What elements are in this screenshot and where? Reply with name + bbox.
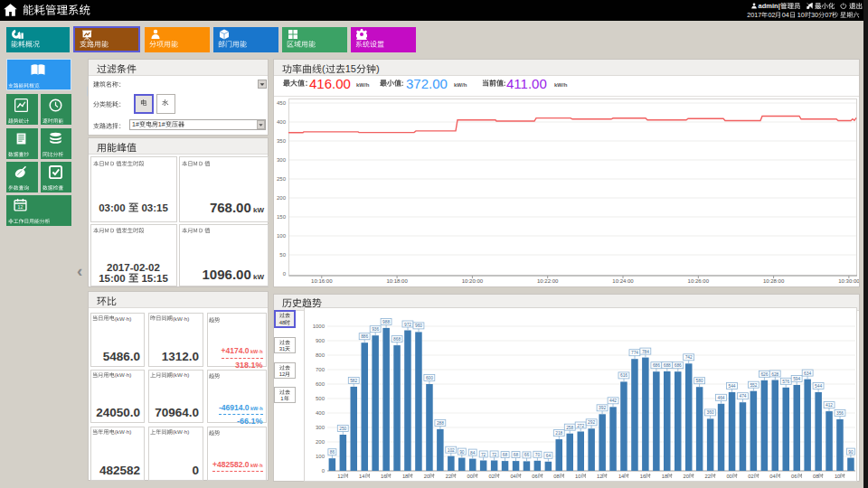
svg-text:600: 600	[316, 381, 326, 387]
svg-text:66: 66	[524, 453, 530, 457]
svg-text:68: 68	[503, 453, 508, 457]
svg-text:250: 250	[277, 176, 287, 182]
svg-text:960: 960	[415, 324, 422, 328]
svg-text:464: 464	[717, 396, 724, 400]
svg-text:500: 500	[316, 396, 326, 401]
svg-text:288: 288	[437, 421, 444, 426]
svg-text:868: 868	[393, 337, 401, 342]
svg-text:686: 686	[653, 363, 660, 368]
svg-text:90: 90	[848, 450, 854, 455]
svg-text:544: 544	[815, 384, 822, 389]
svg-text:628: 628	[771, 372, 778, 377]
svg-text:70: 70	[535, 453, 541, 457]
svg-text:72: 72	[492, 453, 497, 457]
svg-text:10:28:00: 10:28:00	[763, 278, 785, 284]
svg-text:412: 412	[826, 403, 833, 408]
svg-text:102: 102	[448, 448, 455, 453]
svg-text:988: 988	[382, 320, 390, 324]
svg-text:10:22:00: 10:22:00	[537, 278, 559, 284]
svg-text:616: 616	[620, 373, 627, 378]
svg-text:594: 594	[793, 377, 800, 381]
svg-text:300: 300	[277, 157, 287, 163]
svg-text:392: 392	[599, 406, 606, 410]
svg-text:64: 64	[546, 454, 552, 458]
svg-text:68: 68	[514, 453, 519, 457]
svg-text:576: 576	[782, 380, 789, 384]
svg-text:742: 742	[685, 355, 693, 360]
svg-text:784: 784	[642, 350, 649, 354]
svg-text:686: 686	[675, 363, 682, 368]
svg-text:200: 200	[277, 195, 287, 201]
svg-text:10:24:00: 10:24:00	[612, 278, 634, 284]
svg-text:580: 580	[696, 379, 703, 383]
svg-text:474: 474	[739, 394, 746, 399]
svg-text:886: 886	[361, 334, 368, 339]
svg-text:50: 50	[279, 252, 286, 258]
svg-text:800: 800	[316, 352, 326, 358]
svg-text:900: 900	[316, 338, 326, 343]
svg-text:356: 356	[836, 411, 844, 416]
svg-text:544: 544	[728, 384, 735, 389]
svg-text:626: 626	[760, 372, 768, 377]
svg-text:10:30:00: 10:30:00	[838, 278, 859, 284]
svg-text:250: 250	[339, 427, 346, 431]
svg-text:634: 634	[804, 371, 811, 376]
svg-text:300: 300	[316, 425, 326, 430]
svg-text:100: 100	[277, 233, 287, 239]
svg-text:360: 360	[707, 410, 714, 415]
svg-text:442: 442	[609, 399, 617, 403]
svg-text:972: 972	[404, 323, 411, 327]
svg-text:272: 272	[577, 424, 584, 428]
svg-text:12: 12	[18, 204, 24, 210]
svg-text:0: 0	[283, 271, 287, 277]
svg-text:1000: 1000	[313, 324, 326, 329]
svg-text:10:26:00: 10:26:00	[688, 278, 710, 284]
svg-text:100: 100	[316, 454, 326, 459]
svg-text:582: 582	[350, 379, 357, 383]
svg-text:936: 936	[372, 327, 379, 332]
svg-text:218: 218	[555, 431, 562, 436]
svg-text:90: 90	[459, 450, 465, 455]
svg-text:150: 150	[277, 214, 287, 220]
svg-text:86: 86	[330, 450, 335, 455]
svg-text:600: 600	[426, 376, 433, 380]
svg-text:292: 292	[588, 420, 595, 425]
svg-text:72: 72	[481, 453, 486, 457]
svg-text:10:20:00: 10:20:00	[462, 278, 484, 284]
svg-text:10:18:00: 10:18:00	[386, 278, 408, 284]
svg-text:700: 700	[316, 367, 326, 372]
svg-text:258: 258	[566, 426, 573, 430]
svg-text:400: 400	[316, 410, 326, 416]
svg-text:84: 84	[470, 451, 476, 455]
svg-text:10:16:00: 10:16:00	[311, 278, 333, 284]
svg-text:200: 200	[316, 439, 326, 445]
svg-text:350: 350	[277, 138, 287, 144]
svg-text:400: 400	[277, 119, 287, 125]
svg-text:688: 688	[664, 363, 671, 368]
svg-text:774: 774	[631, 351, 638, 355]
svg-text:450: 450	[277, 100, 287, 106]
svg-text:552: 552	[750, 383, 757, 388]
